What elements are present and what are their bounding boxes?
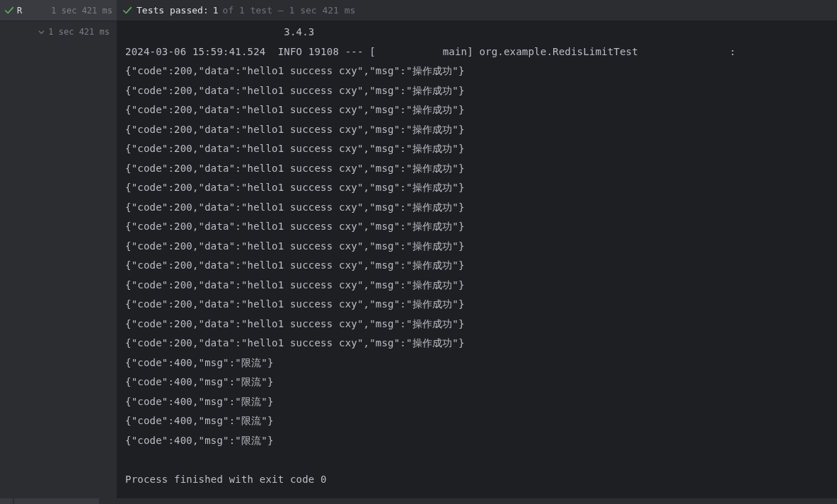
test-root-time: 1 sec 421 ms xyxy=(51,6,112,16)
bottom-strip xyxy=(0,498,837,504)
tree-item-time: 1 sec 421 ms xyxy=(48,27,110,37)
console-line: {"code":400,"msg":"限流"} xyxy=(125,411,837,431)
main-area: 1 sec 421 ms 3.4.32024-03-06 15:59:41.52… xyxy=(0,21,837,498)
console-line: {"code":200,"data":"hello1 success cxy",… xyxy=(125,139,837,159)
console-line: {"code":200,"data":"hello1 success cxy",… xyxy=(125,295,837,315)
console-line: {"code":200,"data":"hello1 success cxy",… xyxy=(125,334,837,353)
console-line: {"code":200,"data":"hello1 success cxy",… xyxy=(125,81,837,101)
console-line: {"code":400,"msg":"限流"} xyxy=(125,353,837,373)
check-icon xyxy=(4,6,14,16)
console-line: {"code":400,"msg":"限流"} xyxy=(125,431,837,451)
chevron-down-icon xyxy=(38,29,45,35)
console-line: {"code":200,"data":"hello1 success cxy",… xyxy=(125,178,837,198)
tests-passed-rest: of 1 test – 1 sec 421 ms xyxy=(223,5,356,16)
console-line: {"code":200,"data":"hello1 success cxy",… xyxy=(125,198,837,218)
console-line: Process finished with exit code 0 xyxy=(125,470,837,490)
test-tree-panel[interactable]: 1 sec 421 ms xyxy=(0,21,117,498)
console-line: {"code":200,"data":"hello1 success cxy",… xyxy=(125,256,837,276)
tree-item[interactable]: 1 sec 421 ms xyxy=(0,24,117,40)
tool-segment[interactable] xyxy=(0,498,13,504)
console-line xyxy=(125,450,837,470)
results-header: Tests passed: 1 of 1 test – 1 sec 421 ms xyxy=(117,0,837,20)
console-line: {"code":400,"msg":"限流"} xyxy=(125,392,837,412)
tests-passed-count: 1 xyxy=(213,5,219,16)
tree-header[interactable]: R 1 sec 421 ms xyxy=(0,0,117,20)
console-line: {"code":200,"data":"hello1 success cxy",… xyxy=(125,100,837,120)
console-line: {"code":400,"msg":"限流"} xyxy=(125,373,837,392)
console-output[interactable]: 3.4.32024-03-06 15:59:41.524 INFO 19108 … xyxy=(117,21,837,498)
check-icon xyxy=(122,6,132,16)
console-line: {"code":200,"data":"hello1 success cxy",… xyxy=(125,159,837,179)
console-line: {"code":200,"data":"hello1 success cxy",… xyxy=(125,217,837,237)
console-line: 2024-03-06 15:59:41.524 INFO 19108 --- [… xyxy=(125,42,837,62)
console-line: {"code":200,"data":"hello1 success cxy",… xyxy=(125,120,837,140)
top-bar: R 1 sec 421 ms Tests passed: 1 of 1 test… xyxy=(0,0,837,21)
tests-passed-label: Tests passed: xyxy=(137,5,209,16)
console-line: {"code":200,"data":"hello1 success cxy",… xyxy=(125,61,837,81)
console-line: {"code":200,"data":"hello1 success cxy",… xyxy=(125,315,837,334)
console-line: {"code":200,"data":"hello1 success cxy",… xyxy=(125,276,837,295)
test-root-name: R xyxy=(17,6,22,16)
console-line: {"code":200,"data":"hello1 success cxy",… xyxy=(125,237,837,257)
tool-segment[interactable] xyxy=(14,498,99,504)
console-line: 3.4.3 xyxy=(125,23,837,42)
